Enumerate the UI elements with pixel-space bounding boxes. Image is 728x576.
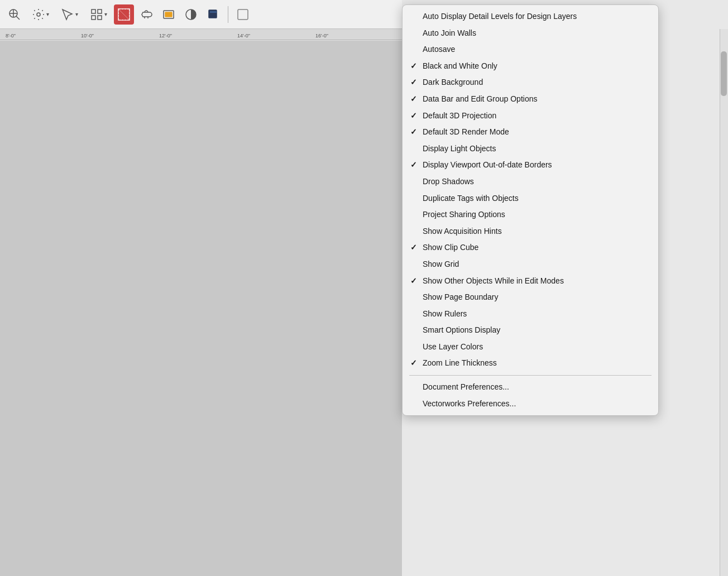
svg-rect-18 — [165, 12, 172, 17]
ruler-mark: 14'-0" — [237, 33, 250, 39]
canvas — [0, 41, 402, 576]
menu-item-autosave[interactable]: Autosave — [403, 41, 658, 58]
smart-cursor-icon[interactable]: ▾ — [56, 4, 83, 25]
checkmark-icon: ✓ — [410, 242, 417, 253]
toolbar-separator — [228, 6, 228, 23]
svg-rect-7 — [92, 16, 95, 20]
menu-item-drop-shadows[interactable]: Drop Shadows — [403, 174, 658, 190]
menu-item-show-clip-cube[interactable]: ✓ Show Clip Cube — [403, 239, 658, 256]
checkmark-icon: ✓ — [410, 160, 417, 171]
extra-icon[interactable] — [233, 4, 253, 25]
menu-item-show-rulers[interactable]: Show Rulers — [403, 306, 658, 323]
ruler-mark: 10'-0" — [81, 33, 94, 39]
menu-item-data-bar[interactable]: ✓ Data Bar and Edit Group Options — [403, 91, 658, 108]
checkmark-icon: ✓ — [410, 358, 417, 369]
contrast-icon[interactable] — [181, 4, 201, 25]
svg-rect-21 — [210, 11, 217, 13]
menu-item-show-other-objects[interactable]: ✓ Show Other Objects While in Edit Modes — [403, 273, 658, 290]
menu-item-auto-join-walls[interactable]: Auto Join Walls — [403, 25, 658, 42]
menu-item-duplicate-tags[interactable]: Duplicate Tags with Objects — [403, 190, 658, 207]
menu-item-show-acquisition-hints[interactable]: Show Acquisition Hints — [403, 223, 658, 240]
svg-point-4 — [37, 13, 40, 16]
ruler-horizontal: 8'-0" 10'-0" 12'-0" 14'-0" 16'-0" — [0, 29, 402, 40]
ruler-mark: 12'-0" — [159, 33, 172, 39]
menu-item-dark-background[interactable]: ✓ Dark Background — [403, 74, 658, 91]
menu-item-display-light-objects[interactable]: Display Light Objects — [403, 141, 658, 157]
menu-item-show-page-boundary[interactable]: Show Page Boundary — [403, 289, 658, 306]
vertical-scrollbar[interactable] — [720, 29, 728, 576]
menu-item-vectorworks-preferences[interactable]: Vectorworks Preferences... — [403, 396, 658, 412]
menu-item-auto-display-detail[interactable]: Auto Display Detail Levels for Design La… — [403, 8, 658, 25]
svg-rect-22 — [238, 9, 248, 20]
search-tool-icon[interactable] — [4, 4, 25, 25]
checkmark-icon: ✓ — [410, 111, 417, 122]
svg-line-1 — [16, 16, 20, 20]
checkmark-icon: ✓ — [410, 61, 417, 72]
render-icon[interactable] — [136, 4, 156, 25]
view-options-menu: Auto Display Detail Levels for Design La… — [402, 4, 659, 416]
menu-item-display-viewport-borders[interactable]: ✓ Display Viewport Out-of-date Borders — [403, 157, 658, 174]
svg-rect-8 — [98, 16, 102, 20]
snap-constraint-icon[interactable]: ▾ — [85, 4, 112, 25]
scrollbar-thumb[interactable] — [721, 51, 727, 96]
svg-rect-5 — [92, 9, 95, 13]
menu-item-document-preferences[interactable]: Document Preferences... — [403, 379, 658, 396]
viewport-icon[interactable] — [159, 4, 179, 25]
svg-rect-6 — [98, 9, 102, 13]
menu-item-smart-options-display[interactable]: Smart Options Display — [403, 322, 658, 339]
menu-item-default-3d-projection[interactable]: ✓ Default 3D Projection — [403, 108, 658, 124]
checkmark-icon: ✓ — [410, 77, 417, 88]
checkmark-icon: ✓ — [410, 276, 417, 287]
menu-item-use-layer-colors[interactable]: Use Layer Colors — [403, 339, 658, 356]
menu-separator — [409, 375, 652, 376]
checkmark-icon: ✓ — [410, 94, 417, 105]
settings-gear-icon[interactable]: ▾ — [27, 4, 54, 25]
active-tool-icon[interactable] — [114, 4, 134, 25]
menu-item-show-grid[interactable]: Show Grid — [403, 256, 658, 273]
ruler-mark: 16'-0" — [315, 33, 328, 39]
menu-item-default-3d-render[interactable]: ✓ Default 3D Render Mode — [403, 124, 658, 141]
toolbar: ▾ ▾ ▾ — [0, 0, 402, 29]
menu-item-project-sharing[interactable]: Project Sharing Options — [403, 207, 658, 223]
menu-item-black-and-white[interactable]: ✓ Black and White Only — [403, 58, 658, 75]
menu-item-zoom-line-thickness[interactable]: ✓ Zoom Line Thickness — [403, 355, 658, 372]
layer-stack-icon[interactable] — [203, 4, 223, 25]
checkmark-icon: ✓ — [410, 127, 417, 138]
ruler-mark: 8'-0" — [6, 33, 16, 39]
